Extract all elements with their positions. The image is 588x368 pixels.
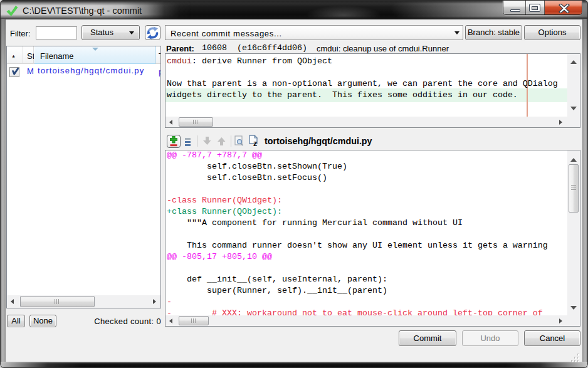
svg-text:z: z [253, 139, 257, 147]
